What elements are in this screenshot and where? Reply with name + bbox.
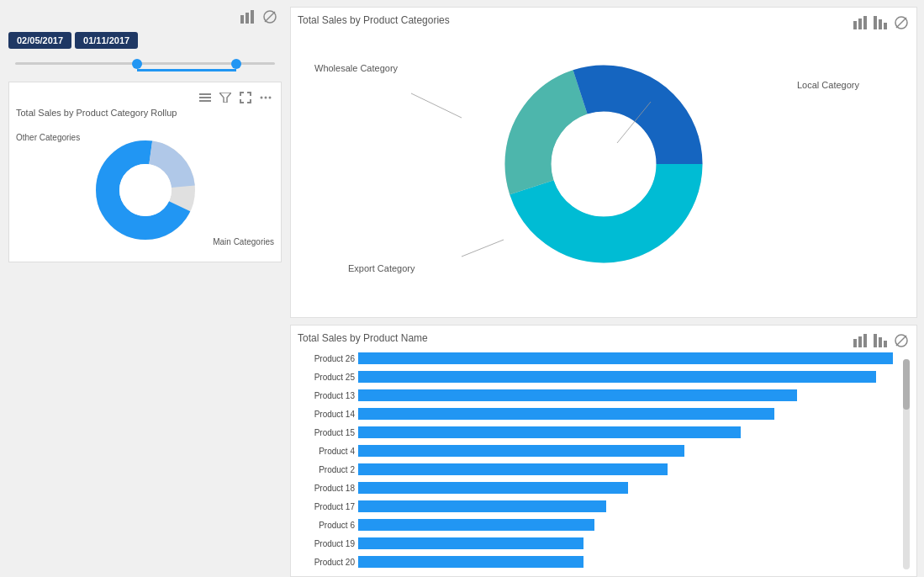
bar-chart-title: Total Sales by Product Name: [298, 332, 910, 344]
bar-track: [358, 463, 893, 475]
svg-point-18: [265, 97, 267, 99]
bar-track: [358, 445, 893, 457]
bar-fill: [358, 537, 583, 549]
svg-line-32: [411, 93, 462, 118]
small-card-filter-icon[interactable]: [217, 89, 234, 106]
label-main-categories: Main Categories: [213, 237, 274, 246]
slider-fill: [137, 69, 236, 71]
bar-track: [358, 519, 893, 531]
small-donut-card: Total Sales by Product Category Rollup O…: [8, 82, 282, 262]
slash-circle-icon[interactable]: [261, 8, 278, 25]
bar-label: Product 17: [298, 502, 355, 511]
bar-row: Product 26: [298, 351, 893, 366]
scrollbar-thumb[interactable]: [903, 359, 910, 410]
svg-rect-40: [853, 339, 857, 347]
bar-fill: [358, 371, 876, 383]
bar-track: [358, 500, 893, 512]
bar-track: [358, 389, 893, 401]
local-label: Local Category: [797, 80, 859, 90]
label-other-categories: Other Categories: [16, 133, 80, 142]
svg-rect-43: [874, 334, 877, 347]
bar-label: Product 6: [298, 521, 355, 530]
small-donut-area: Other Categories Main Categories: [16, 124, 274, 255]
date-slider[interactable]: [8, 52, 282, 75]
bar-row: Product 18: [298, 480, 893, 495]
large-donut-card-icons: [853, 14, 910, 31]
left-toolbar: [8, 8, 282, 25]
large-donut-svg: [503, 63, 705, 265]
large-donut-bar-icon[interactable]: [853, 14, 869, 31]
svg-rect-41: [858, 336, 862, 347]
bar-label: Product 2: [298, 465, 355, 474]
svg-rect-27: [874, 16, 877, 29]
bar-row: Product 13: [298, 388, 893, 403]
bar-row: Product 15: [298, 425, 893, 440]
bar-label: Product 18: [298, 484, 355, 493]
svg-rect-1: [246, 13, 249, 24]
bar-track: [358, 556, 893, 568]
main-layout: 02/05/2017 01/11/2017: [0, 0, 924, 577]
svg-rect-25: [858, 19, 862, 29]
small-card-focus-icon[interactable]: [237, 89, 254, 106]
bar-row: Product 17: [298, 499, 893, 514]
svg-point-17: [261, 97, 263, 99]
bar-fill: [358, 556, 583, 568]
large-donut-bar2-icon[interactable]: [873, 14, 890, 31]
date-badges: 02/05/2017 01/11/2017: [8, 32, 282, 49]
right-panel: Total Sales by Product Categories Wholes…: [290, 0, 924, 577]
svg-rect-24: [853, 21, 857, 29]
svg-rect-0: [240, 15, 244, 24]
svg-rect-5: [199, 93, 211, 95]
bar-fill: [358, 389, 797, 401]
slider-thumb-left[interactable]: [132, 59, 142, 69]
bar-chart-bar-icon[interactable]: [853, 332, 869, 349]
bar-chart-bar2-icon[interactable]: [873, 332, 890, 349]
small-card-menu-icon[interactable]: [197, 89, 214, 106]
bar-track: [358, 537, 893, 549]
bar-label: Product 15: [298, 428, 355, 437]
start-date-badge[interactable]: 02/05/2017: [8, 32, 71, 49]
bar-fill: [358, 426, 741, 438]
svg-line-31: [896, 18, 906, 28]
bar-row: Product 4: [298, 443, 893, 458]
bar-fill: [358, 408, 774, 420]
bar-track: [358, 426, 893, 438]
svg-rect-16: [250, 99, 251, 103]
left-panel: 02/05/2017 01/11/2017: [0, 0, 290, 577]
small-card-toolbar: [16, 89, 274, 106]
slider-track: [15, 62, 275, 65]
small-card-more-icon[interactable]: [257, 89, 274, 106]
bar-label: Product 20: [298, 558, 355, 567]
svg-rect-42: [863, 334, 867, 347]
svg-line-4: [265, 12, 275, 22]
bar-row: Product 20: [298, 554, 893, 569]
bar-fill: [358, 500, 606, 512]
bar-chart-icon[interactable]: [240, 8, 256, 25]
bar-row: Product 19: [298, 536, 893, 551]
export-label: Export Category: [348, 263, 414, 273]
large-donut-area: Wholesale Category Local Category Export…: [298, 29, 910, 299]
bar-row: Product 14: [298, 406, 893, 421]
bar-label: Product 19: [298, 539, 355, 548]
svg-point-23: [119, 164, 172, 216]
bar-track: [358, 371, 893, 383]
bar-chart-scrollbar[interactable]: [903, 359, 910, 569]
svg-rect-12: [250, 92, 251, 96]
bar-fill: [358, 482, 628, 494]
bar-label: Product 14: [298, 410, 355, 419]
small-card-title: Total Sales by Product Category Rollup: [16, 108, 274, 118]
small-donut-svg: [91, 135, 200, 245]
bar-chart-slash-icon[interactable]: [893, 332, 910, 349]
svg-rect-26: [863, 16, 867, 29]
svg-rect-45: [884, 341, 887, 347]
bar-row: Product 25: [298, 369, 893, 384]
slider-thumb-right[interactable]: [231, 59, 241, 69]
large-donut-card: Total Sales by Product Categories Wholes…: [290, 7, 917, 318]
large-donut-slash-icon[interactable]: [893, 14, 910, 31]
bar-label: Product 25: [298, 373, 355, 382]
end-date-badge[interactable]: 01/11/2017: [75, 32, 138, 49]
svg-line-34: [462, 240, 504, 257]
bar-row: Product 6: [298, 517, 893, 532]
svg-marker-8: [219, 93, 231, 103]
svg-rect-28: [879, 19, 882, 29]
